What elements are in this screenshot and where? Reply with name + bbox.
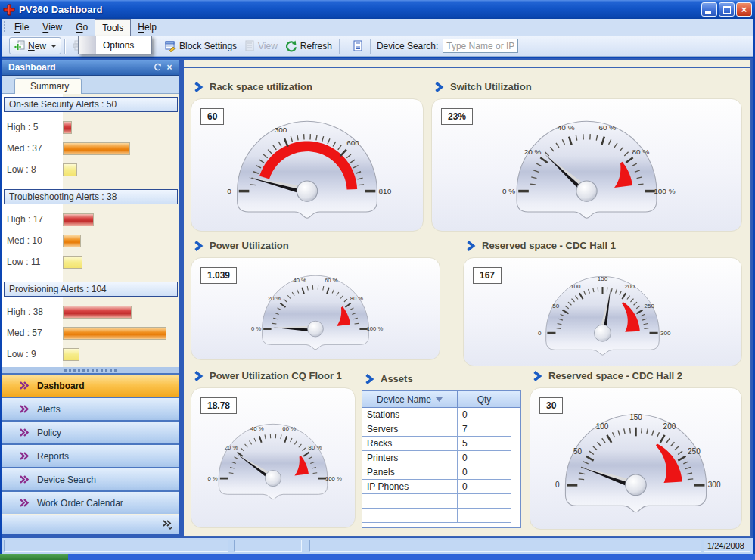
table-row[interactable]: Panels0 [362, 465, 511, 480]
close-button[interactable]: × [736, 2, 752, 17]
sidebar-item-alerts[interactable]: Alerts [2, 398, 179, 420]
cell-qty: 0 [458, 408, 511, 422]
new-button[interactable]: New [9, 37, 61, 54]
svg-text:50: 50 [552, 303, 559, 310]
sidebar-item-work-order-calendar[interactable]: Work Order Calendar [2, 492, 179, 514]
menu-item-file[interactable]: File [8, 19, 36, 36]
alert-row-high: High : 5 [2, 117, 179, 138]
block-settings-button[interactable]: Block Settings [160, 38, 241, 54]
gauge-value-box: 30 [539, 397, 563, 414]
svg-text:0: 0 [538, 330, 542, 337]
table-row[interactable]: IP Phones0 [362, 480, 511, 494]
chevrons-right-icon [19, 498, 30, 508]
svg-text:250: 250 [688, 447, 701, 456]
sort-arrow-icon [436, 397, 443, 402]
svg-text:100: 100 [570, 283, 581, 290]
table-row[interactable] [362, 509, 511, 523]
cell-qty: 7 [458, 422, 511, 436]
cell-device-name: Stations [362, 408, 458, 422]
refresh-button[interactable]: Refresh [281, 38, 336, 54]
assets-table-header: Device NameQty [362, 391, 511, 408]
column-header-qty[interactable]: Qty [458, 391, 511, 407]
alert-row-med: Med : 37 [2, 138, 179, 159]
dashboard-main: Rack space utilization 60 0300600810 Swi… [184, 60, 751, 537]
svg-text:600: 600 [346, 138, 359, 147]
dashboard-sidebar: Dashboard × Summary On-site Security Ale… [2, 60, 179, 534]
table-row[interactable]: Racks5 [362, 437, 511, 451]
gauge-value-box: 167 [473, 267, 502, 284]
sidebar-item-device-search[interactable]: Device Search [2, 468, 179, 490]
nav-overflow-button[interactable] [2, 515, 179, 534]
minimize-button[interactable] [701, 2, 717, 17]
cell-qty [458, 494, 511, 508]
menu-item-tools[interactable]: Tools [95, 19, 131, 36]
sidebar-item-label: Policy [37, 428, 61, 438]
alert-row-label: Low : 8 [2, 164, 63, 175]
alert-row-low: Low : 8 [2, 159, 179, 180]
menu-item-options[interactable]: Options [79, 36, 151, 54]
alert-row-label: High : 38 [2, 306, 63, 317]
close-panel-icon[interactable]: × [163, 62, 176, 73]
table-row[interactable]: Printers0 [362, 451, 511, 465]
device-search-label: Device Search: [377, 41, 438, 51]
svg-text:80 %: 80 % [350, 295, 364, 302]
svg-text:40 %: 40 % [250, 425, 264, 432]
assets-table-scroll-gutter[interactable] [511, 391, 520, 527]
cell-device-name: IP Phones [362, 480, 458, 493]
new-icon [14, 40, 25, 51]
device-search-input[interactable] [443, 39, 518, 53]
alert-row-label: High : 5 [2, 122, 63, 132]
sidebar-item-label: Dashboard [37, 381, 85, 391]
alert-bar-high [63, 121, 72, 134]
sidebar-item-label: Work Order Calendar [37, 498, 123, 509]
table-row[interactable]: Stations0 [362, 408, 511, 422]
svg-text:0 %: 0 % [502, 187, 515, 195]
alert-row-label: Med : 57 [2, 328, 63, 338]
pin-icon[interactable] [151, 62, 163, 73]
menu-item-view[interactable]: View [36, 19, 69, 36]
alert-bar-med [63, 235, 81, 247]
menu-bar: FileViewGoToolsHelp [2, 19, 753, 36]
view-button[interactable]: View [241, 38, 281, 54]
svg-text:100 %: 100 % [654, 187, 675, 195]
chevrons-right-icon [19, 451, 30, 461]
restore-button[interactable] [719, 2, 735, 17]
refresh-icon [285, 40, 297, 52]
device-list-button[interactable] [348, 38, 367, 54]
alert-bar-low [63, 163, 77, 176]
cell-device-name [362, 494, 458, 508]
menubar-grip[interactable] [3, 21, 7, 33]
tab-summary[interactable]: Summary [14, 78, 82, 94]
section-chevron-icon [194, 371, 204, 381]
status-section-3 [309, 540, 701, 552]
window-title: PV360 Dashboard [19, 4, 700, 15]
sidebar-item-dashboard[interactable]: Dashboard [2, 375, 179, 397]
section-chevron-icon [194, 241, 204, 251]
main-top-rule [184, 67, 750, 68]
svg-text:0: 0 [555, 481, 560, 489]
start-button-edge[interactable] [0, 554, 68, 560]
gauge-rack-space-utilization: 0300600810 [193, 102, 421, 229]
gauge-panel: 23% 0 %20 %40 %60 %80 %100 % [431, 98, 742, 232]
sidebar-nav: DashboardAlertsPolicyReportsDevice Searc… [2, 373, 179, 514]
alert-section-header: On-site Security Alerts : 50 [4, 97, 178, 112]
svg-text:100 %: 100 % [325, 475, 342, 482]
block-power-utilization: Power Utilization 1.039 0 %20 %40 %60 %8… [191, 257, 440, 360]
svg-text:80 %: 80 % [632, 148, 650, 156]
table-row[interactable]: Servers7 [362, 422, 511, 437]
toolbar-separator [339, 39, 340, 54]
sidebar-item-label: Reports [37, 451, 69, 462]
sidebar-item-reports[interactable]: Reports [2, 445, 179, 467]
title-bar: PV360 Dashboard × [0, 0, 755, 19]
column-header-device-name[interactable]: Device Name [362, 391, 458, 407]
sidebar-item-policy[interactable]: Policy [2, 422, 179, 443]
menu-item-help[interactable]: Help [131, 19, 163, 36]
sidebar-splitter[interactable] [2, 367, 179, 373]
alert-row-label: Med : 10 [2, 235, 63, 246]
table-row[interactable] [362, 494, 511, 509]
svg-text:20 %: 20 % [268, 295, 281, 302]
new-dropdown-arrow-icon[interactable] [51, 45, 57, 48]
block-switch-utilization: Switch Utilization 23% 0 %20 %40 %60 %80… [431, 98, 742, 232]
gauge-value-box: 60 [200, 108, 224, 125]
menu-item-go[interactable]: Go [69, 19, 95, 36]
